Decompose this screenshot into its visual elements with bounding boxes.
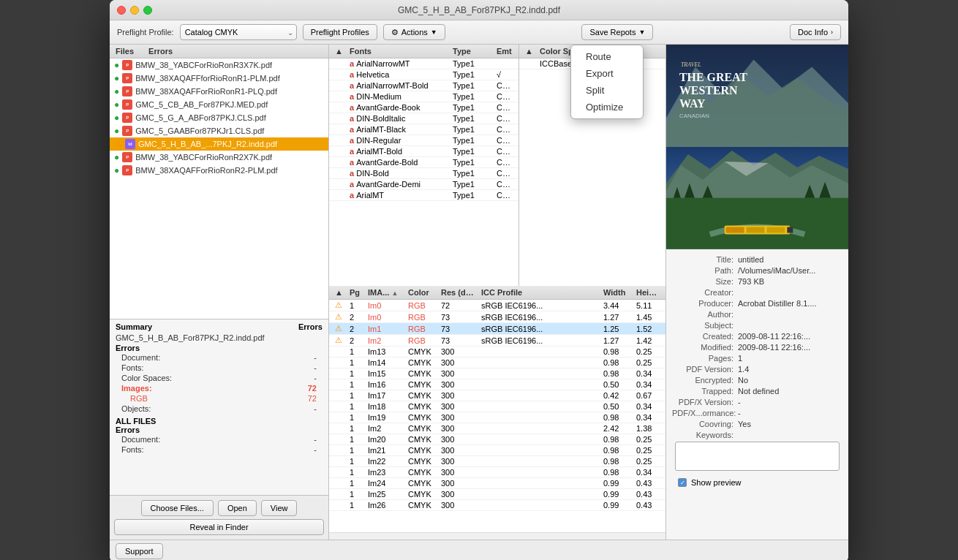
table-row[interactable]: 1Im24CMYK3000.990.43	[329, 478, 665, 489]
table-row[interactable]: 1Im21CMYK3000.980.25	[329, 445, 665, 456]
dropdown-split[interactable]: Split	[571, 82, 643, 99]
img-color-col[interactable]: Color	[405, 288, 438, 297]
maximize-button[interactable]	[143, 6, 152, 15]
table-row[interactable]: 1Im15CMYK3000.980.34	[329, 368, 665, 379]
table-row[interactable]: a AvantGarde-BoldType1Custom	[329, 157, 518, 168]
view-button[interactable]: View	[261, 500, 298, 516]
img-width-col[interactable]: Width	[600, 288, 633, 297]
img-color: CMYK	[405, 402, 438, 411]
emt-col-header[interactable]: Emt	[494, 47, 516, 56]
pdf-icon: P	[122, 113, 132, 123]
support-button[interactable]: Support	[116, 543, 163, 559]
file-name: GMC_5_GAABFor87PKJr1.CLS.pdf	[135, 126, 324, 135]
list-item[interactable]: ●PBMW_38XAQAFForRioRonR1-PLQ.pdf	[110, 85, 328, 98]
table-row[interactable]: a ArialMT-BlackType1Custom	[329, 124, 518, 135]
table-row[interactable]: a ArialNarrowMT-BoldType1Custom	[329, 80, 518, 91]
files-list[interactable]: ●PBMW_38_YABCForRioRonR3X7K.pdf●PBMW_38X…	[110, 58, 328, 319]
table-row[interactable]: 1Im16CMYK3000.500.34	[329, 379, 665, 390]
img-height-col[interactable]: Height	[633, 288, 663, 297]
img-width: 3.44	[600, 301, 633, 310]
list-item[interactable]: ⚠IdGMC_5_H_B_AB_...7PKJ_R2.indd.pdf	[110, 137, 328, 151]
list-item[interactable]: ●PBMW_38_YABCForRioRonR2X7K.pdf	[110, 151, 328, 164]
choose-files-button[interactable]: Choose Files...	[141, 500, 214, 516]
table-row[interactable]: 1Im18CMYK3000.500.34	[329, 401, 665, 412]
img-res: 300	[438, 468, 478, 477]
img-name: Im19	[365, 413, 405, 422]
save-reports-button[interactable]: Save Repots ▼	[581, 24, 653, 40]
table-row[interactable]: 1Im2CMYK3002.421.38	[329, 423, 665, 434]
dropdown-route[interactable]: Route	[571, 48, 643, 65]
img-name: Im25	[365, 490, 405, 499]
table-row[interactable]: ⚠1Im0RGB72sRGB IEC6196...3.445.11	[329, 300, 665, 311]
keywords-input[interactable]	[675, 442, 840, 471]
svg-rect-20	[747, 227, 765, 233]
font-type: Type1	[450, 59, 494, 68]
show-preview-checkbox[interactable]	[678, 478, 687, 487]
images-section: ▲ Pg IMA... ▲ Color Res (dpi) ICC Profil…	[329, 286, 665, 540]
table-row[interactable]: 1Im26CMYK3000.990.43	[329, 500, 665, 511]
type-col-header[interactable]: Type	[450, 47, 494, 56]
img-page: 1	[347, 468, 365, 477]
font-type-icon: a	[350, 180, 356, 189]
doc-info-button[interactable]: Doc Info ›	[790, 24, 841, 40]
img-width: 1.27	[600, 313, 633, 322]
font-type: Type1	[450, 136, 494, 145]
table-row[interactable]: a ArialMTType1Custom	[329, 190, 518, 201]
file-name: BMW_38_YABCForRioRonR3X7K.pdf	[135, 61, 324, 69]
table-row[interactable]: 1Im23CMYK3000.980.34	[329, 467, 665, 478]
img-res-col[interactable]: Res (dpi)	[438, 288, 478, 297]
img-pg-col[interactable]: Pg	[347, 288, 365, 297]
table-row[interactable]: ⚠2Im1RGB73sRGB IEC6196...1.251.52	[329, 323, 665, 335]
images-table-body[interactable]: ⚠1Im0RGB72sRGB IEC6196...3.445.11⚠2Im0RG…	[329, 300, 665, 532]
doc-pages-row: Pages: 1	[672, 354, 842, 363]
table-row[interactable]: a DIN-RegularType1Custom	[329, 135, 518, 146]
table-row[interactable]: 1Im22CMYK3000.980.25	[329, 456, 665, 467]
table-row[interactable]: a ArialNarrowMTType1	[329, 58, 518, 69]
dropdown-export[interactable]: Export	[571, 65, 643, 82]
profile-select[interactable]: Catalog CMYK	[180, 24, 297, 40]
preflight-profiles-button[interactable]: Preflight Profiles	[303, 24, 377, 40]
table-row[interactable]: 1Im19CMYK3000.980.34	[329, 412, 665, 423]
dropdown-optimize[interactable]: Optimize	[571, 99, 643, 116]
font-type-icon: a	[350, 81, 356, 90]
font-name: a ArialMT-Black	[347, 125, 450, 134]
close-button[interactable]	[117, 6, 126, 15]
table-row[interactable]: a AvantGarde-DemiType1Custom	[329, 179, 518, 190]
table-row[interactable]: 1Im17CMYK3000.420.67	[329, 390, 665, 401]
table-row[interactable]: ⚠2Im2RGB73sRGB IEC6196...1.271.42	[329, 335, 665, 347]
img-res: 73	[438, 336, 478, 345]
table-row[interactable]: 1Im13CMYK3000.980.25	[329, 347, 665, 357]
img-res: 300	[438, 479, 478, 488]
table-row[interactable]: 1Im25CMYK3000.990.43	[329, 489, 665, 500]
img-name-col[interactable]: IMA... ▲	[365, 288, 405, 297]
doc-coovring-row: Coovring: Yes	[672, 420, 842, 428]
actions-button[interactable]: ⚙ Actions ▼	[383, 24, 445, 40]
font-type-icon: a	[350, 169, 356, 178]
table-row[interactable]: 1Im14CMYK3000.980.25	[329, 357, 665, 368]
table-row[interactable]: a HelveticaType1√	[329, 69, 518, 80]
open-button[interactable]: Open	[218, 500, 257, 516]
list-item[interactable]: ●PBMW_38_YABCForRioRonR3X7K.pdf	[110, 58, 328, 72]
table-row[interactable]: a DIN-BoldItalicType1Custom	[329, 113, 518, 124]
img-icc-col[interactable]: ICC Profile	[478, 288, 600, 297]
table-row[interactable]: a DIN-MediumType1Custom	[329, 91, 518, 102]
list-item[interactable]: ●PGMC_5_CB_AB_For87PKJ.MED.pdf	[110, 98, 328, 111]
scrollbar[interactable]	[329, 532, 665, 540]
file-name: BMW_38XAQAFFforRioRonR1-PLM.pdf	[135, 74, 324, 83]
fonts-col-header[interactable]: Fonts	[347, 47, 450, 56]
list-item[interactable]: ●PBMW_38XAQAFForRioRonR2-PLM.pdf	[110, 164, 328, 177]
table-row[interactable]: 1Im20CMYK3000.980.25	[329, 434, 665, 445]
minimize-button[interactable]	[130, 6, 139, 15]
list-item[interactable]: ●PGMC_5_GAABFor87PKJr1.CLS.pdf	[110, 124, 328, 137]
img-color: RGB	[405, 301, 438, 310]
img-res: 300	[438, 380, 478, 389]
table-row[interactable]: a DIN-BoldType1Custom	[329, 168, 518, 179]
img-height: 1.38	[633, 424, 663, 433]
img-name: Im13	[365, 347, 405, 356]
reveal-in-finder-button[interactable]: Reveal in Finder	[114, 519, 324, 535]
table-row[interactable]: a AvantGarde-BookType1Custom	[329, 102, 518, 113]
list-item[interactable]: ●PBMW_38XAQAFFforRioRonR1-PLM.pdf	[110, 72, 328, 85]
table-row[interactable]: a ArialMT-BoldType1Custom	[329, 146, 518, 157]
table-row[interactable]: ⚠2Im0RGB73sRGB IEC6196...1.271.45	[329, 311, 665, 323]
list-item[interactable]: ●PGMC_5_G_A_ABFor87PKJ.CLS.pdf	[110, 111, 328, 124]
